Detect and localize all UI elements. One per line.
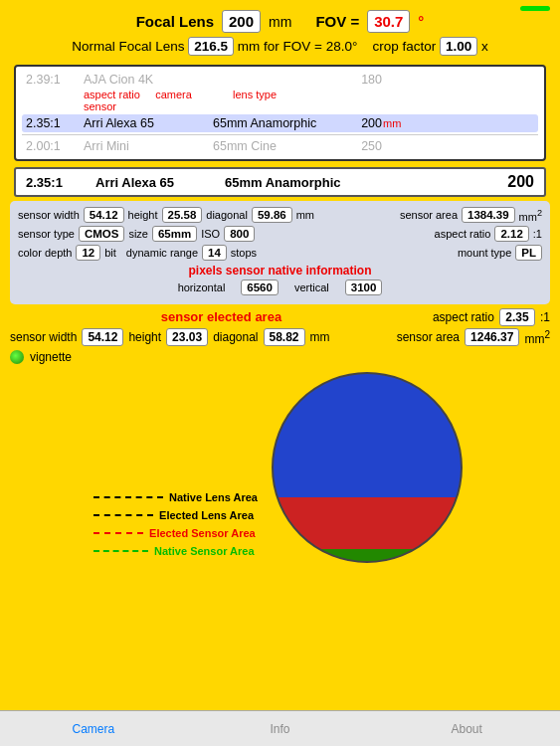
row3-sensor: 65mm Cine (213, 139, 342, 153)
row1-ratio: 2.39:1 (26, 73, 84, 87)
dynamic-label: dynamic range (126, 247, 198, 259)
focal-lens-label: Focal Lens (136, 13, 214, 30)
sensor-row-2: sensor type CMOS size 65mm ISO 800 aspec… (18, 226, 542, 242)
selected-sensor: 65mm Anamorphic (225, 175, 354, 190)
tab-info[interactable]: Info (187, 722, 374, 736)
sensor-row-4: horizontal 6560 vertical 3100 (18, 280, 542, 295)
camera-row-2[interactable]: 2.35:1 Arri Alexa 65 65mm Anamorphic 200… (22, 114, 538, 132)
e-width-val: 54.12 (82, 328, 123, 346)
e-diag-unit: mm (310, 330, 330, 344)
legend-elected-sensor-label: Elected Sensor Area (149, 527, 256, 539)
h-label: horizontal (178, 281, 226, 293)
color-val[interactable]: 12 (76, 245, 100, 261)
elected-aspect-val: 2.35 (499, 308, 534, 326)
dynamic-val[interactable]: 14 (202, 245, 227, 261)
elected-title: sensor elected area (10, 309, 433, 324)
vignette-dot (10, 350, 24, 364)
e-height-val: 23.03 (166, 328, 208, 346)
diag-val[interactable]: 59.86 (252, 207, 292, 223)
iso-val[interactable]: 800 (224, 226, 255, 242)
width-val[interactable]: 54.12 (84, 207, 124, 223)
area-val: 1384.39 (462, 207, 515, 223)
aspect-unit: :1 (533, 228, 542, 240)
chart-container: Native Lens Area Elected Lens Area Elect… (10, 368, 550, 567)
h-val[interactable]: 6560 (241, 280, 279, 295)
col-hdr-lens: lens type (233, 89, 277, 112)
height-label: height (128, 209, 158, 221)
pixels-title: pixels sensor native information (18, 264, 542, 278)
e-area-label: sensor area (397, 330, 460, 344)
e-diag-val: 58.82 (264, 328, 305, 346)
camera-table: 2.39:1 AJA Cion 4K 180 aspect ratio came… (14, 65, 546, 161)
aspect-val: 2.12 (494, 226, 528, 242)
size-label: size (128, 228, 148, 240)
normal-focal-value[interactable]: 216.5 (188, 37, 234, 56)
legend-elected-sensor: Elected Sensor Area (93, 527, 258, 539)
sensor-row-1: sensor width 54.12 height 25.58 diagonal… (18, 207, 542, 223)
mount-label: mount type (458, 247, 511, 259)
normal-focal-label: Normal Focal Lens (72, 39, 184, 54)
focal-lens-value[interactable]: 200 (222, 10, 261, 33)
type-val[interactable]: CMOS (79, 226, 125, 242)
row2-unit: mm (383, 117, 401, 129)
selected-camera-bar: 2.35:1 Arri Alexa 65 65mm Anamorphic 200 (14, 167, 546, 197)
row2-name: Arri Alexa 65 (84, 116, 213, 130)
pie-chart (268, 368, 467, 567)
height-val[interactable]: 25.58 (162, 207, 203, 223)
sensor-panel: sensor width 54.12 height 25.58 diagonal… (10, 201, 550, 304)
row1-mm: 180 (342, 73, 382, 87)
normal-focal-unit: mm (238, 39, 261, 54)
row2-ratio: 2.35:1 (26, 116, 84, 130)
row3-mm: 250 (342, 139, 382, 153)
elected-details-row: sensor width 54.12 height 23.03 diagonal… (10, 328, 550, 346)
crop-label: crop factor (372, 39, 436, 54)
tab-camera[interactable]: Camera (0, 722, 187, 736)
elected-aspect-unit: :1 (540, 310, 550, 324)
row3-name: Arri Mini (84, 139, 213, 153)
color-label: color depth (18, 247, 72, 259)
crop-value[interactable]: 1.00 (440, 37, 477, 56)
elected-aspect-label: aspect ratio (433, 310, 494, 324)
e-width-label: sensor width (10, 330, 77, 344)
focal-lens-unit: mm (269, 14, 291, 30)
col-hdr-camera: aspect ratio camera sensor (84, 89, 213, 112)
fov-value[interactable]: 30.7 (367, 10, 410, 33)
selected-name: Arri Alexa 65 (95, 175, 225, 190)
elected-section: sensor elected area aspect ratio 2.35 :1… (10, 308, 550, 346)
aspect-label: aspect ratio (435, 228, 491, 240)
camera-row-3[interactable]: 2.00:1 Arri Mini 65mm Cine 250 (22, 137, 538, 155)
row1-name: AJA Cion 4K (84, 73, 213, 87)
crop-unit: x (481, 39, 488, 54)
mount-val[interactable]: PL (515, 245, 542, 261)
type-label: sensor type (18, 228, 75, 240)
selected-ratio: 2.35:1 (26, 175, 95, 190)
v-val[interactable]: 3100 (345, 280, 383, 295)
color-unit: bit (104, 247, 116, 259)
tab-bar: Camera Info About (0, 710, 560, 746)
row2-sensor: 65mm Anamorphic (213, 116, 342, 130)
tab-about[interactable]: About (373, 722, 560, 736)
width-label: sensor width (18, 209, 80, 221)
size-val[interactable]: 65mm (152, 226, 197, 242)
vignette-row: vignette (10, 350, 550, 364)
row3-ratio: 2.00:1 (26, 139, 84, 153)
elected-aspect-row: aspect ratio 2.35 :1 (433, 308, 550, 326)
col-hdr-ratio (26, 89, 84, 112)
e-area-val: 1246.37 (465, 328, 519, 346)
fov-label: FOV = (315, 13, 359, 30)
v-label: vertical (294, 281, 329, 293)
row2-mm: 200 (342, 116, 382, 130)
camera-row-1[interactable]: 2.39:1 AJA Cion 4K 180 (22, 71, 538, 89)
dynamic-unit: stops (231, 247, 257, 259)
legend-elected-lens: Elected Lens Area (93, 509, 258, 521)
normal-focal-line: Normal Focal Lens 216.5 mm for FOV = 28.… (0, 37, 560, 61)
column-headers: aspect ratio camera sensor lens type (22, 89, 538, 114)
legend-native-lens: Native Lens Area (93, 491, 258, 503)
legend-wrap: Native Lens Area Elected Lens Area Elect… (93, 491, 258, 567)
sensor-row-3: color depth 12 bit dynamic range 14 stop… (18, 245, 542, 261)
e-diag-label: diagonal (213, 330, 258, 344)
e-area-unit: mm2 (524, 329, 550, 346)
e-height-label: height (128, 330, 161, 344)
focal-lens-bar: Focal Lens 200 mm FOV = 30.7 ° (0, 0, 560, 37)
area-label: sensor area (400, 209, 458, 221)
